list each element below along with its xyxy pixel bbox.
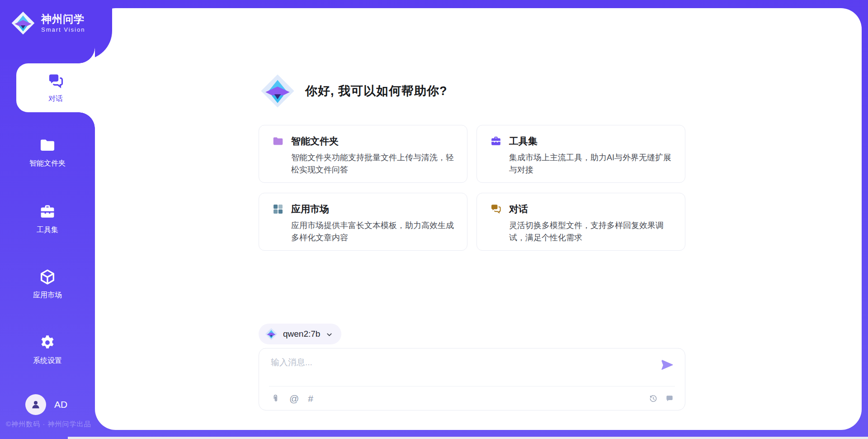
paperclip-icon[interactable] — [271, 394, 280, 403]
message-input[interactable] — [271, 357, 646, 377]
brand-diamond-logo — [11, 11, 35, 35]
card-title: 智能文件夹 — [291, 135, 339, 148]
sidebar-footer-credit: ©神州数码 · 神州问学出品 — [6, 420, 91, 429]
content-column: 你好, 我可以如何帮助你? 智能文件夹 智能文件夹功能支持批量文件上传与清洗，轻… — [259, 8, 685, 430]
model-selector[interactable]: qwen2:7b — [259, 324, 341, 344]
sidebar-item-label: 工具集 — [37, 225, 58, 235]
feature-cards: 智能文件夹 智能文件夹功能支持批量文件上传与清洗，轻松实现文件问答 工具集 集成… — [259, 125, 685, 251]
composer-tools-right — [649, 394, 674, 403]
sidebar-item-label: 系统设置 — [33, 356, 62, 366]
history-icon[interactable] — [649, 394, 658, 403]
greeting: 你好, 我可以如何帮助你? — [260, 73, 448, 109]
at-mention-icon[interactable]: @ — [289, 394, 299, 403]
sidebar-header: 神州问学 Smart Vision — [0, 0, 112, 60]
card-description: 集成市场上主流工具，助力AI与外界无缝扩展与对接 — [509, 152, 673, 176]
folder-icon — [272, 135, 284, 147]
chat-icon — [490, 203, 502, 215]
sidebar-item-app-market[interactable]: 应用市场 — [0, 268, 95, 300]
chat-bubble-icon[interactable] — [665, 394, 674, 403]
user-name: AD — [54, 399, 67, 410]
sidebar-item-label: 应用市场 — [33, 291, 62, 300]
card-title: 应用市场 — [291, 203, 329, 215]
card-description: 智能文件夹功能支持批量文件上传与清洗，轻松实现文件问答 — [291, 152, 455, 176]
window-bottom-edge — [68, 437, 868, 439]
folder-icon — [39, 137, 56, 154]
sidebar-item-chat[interactable]: 对话 — [16, 63, 95, 112]
brand: 神州问学 Smart Vision — [0, 0, 112, 35]
chevron-down-icon — [326, 331, 333, 339]
greeting-title: 你好, 我可以如何帮助你? — [305, 83, 448, 99]
card-smart-folder[interactable]: 智能文件夹 智能文件夹功能支持批量文件上传与清洗，轻松实现文件问答 — [259, 125, 467, 183]
card-app-market[interactable]: 应用市场 应用市场提供丰富长文本模板，助力高效生成多样化文章内容 — [259, 193, 467, 251]
main-panel: 你好, 我可以如何帮助你? 智能文件夹 智能文件夹功能支持批量文件上传与清洗，轻… — [95, 8, 862, 430]
person-icon — [30, 399, 42, 410]
sidebar-item-toolset[interactable]: 工具集 — [0, 203, 95, 235]
card-title: 对话 — [509, 203, 528, 215]
toolbox-icon — [490, 135, 502, 147]
gear-icon — [39, 334, 56, 351]
brand-tagline: Smart Vision — [41, 26, 85, 33]
sidebar-item-label: 对话 — [48, 94, 63, 104]
model-logo-icon — [265, 328, 278, 340]
cube-icon — [39, 268, 56, 286]
send-icon[interactable] — [660, 358, 674, 372]
card-chat[interactable]: 对话 灵活切换多模型文件，支持多样回复效果调试，满足个性化需求 — [476, 193, 685, 251]
app-root: 你好, 我可以如何帮助你? 智能文件夹 智能文件夹功能支持批量文件上传与清洗，轻… — [0, 0, 868, 439]
user-profile[interactable]: AD — [25, 394, 67, 415]
card-description: 灵活切换多模型文件，支持多样回复效果调试，满足个性化需求 — [509, 220, 673, 244]
toolbox-icon — [39, 203, 56, 220]
model-name: qwen2:7b — [283, 329, 320, 339]
card-title: 工具集 — [509, 135, 538, 148]
composer-divider — [269, 386, 675, 387]
grid-icon — [272, 203, 284, 215]
message-composer: @ # — [259, 348, 685, 410]
sidebar-item-label: 智能文件夹 — [29, 159, 66, 168]
sidebar-item-settings[interactable]: 系统设置 — [0, 334, 95, 366]
hash-icon[interactable]: # — [308, 394, 313, 403]
brand-diamond-logo — [260, 73, 295, 109]
avatar — [25, 394, 46, 415]
card-toolset[interactable]: 工具集 集成市场上主流工具，助力AI与外界无缝扩展与对接 — [476, 125, 685, 183]
brand-name: 神州问学 — [41, 13, 85, 25]
composer-tools-left: @ # — [271, 394, 313, 403]
sidebar-item-smart-folder[interactable]: 智能文件夹 — [0, 137, 95, 168]
card-description: 应用市场提供丰富长文本模板，助力高效生成多样化文章内容 — [291, 220, 455, 244]
chat-icon — [47, 72, 65, 90]
